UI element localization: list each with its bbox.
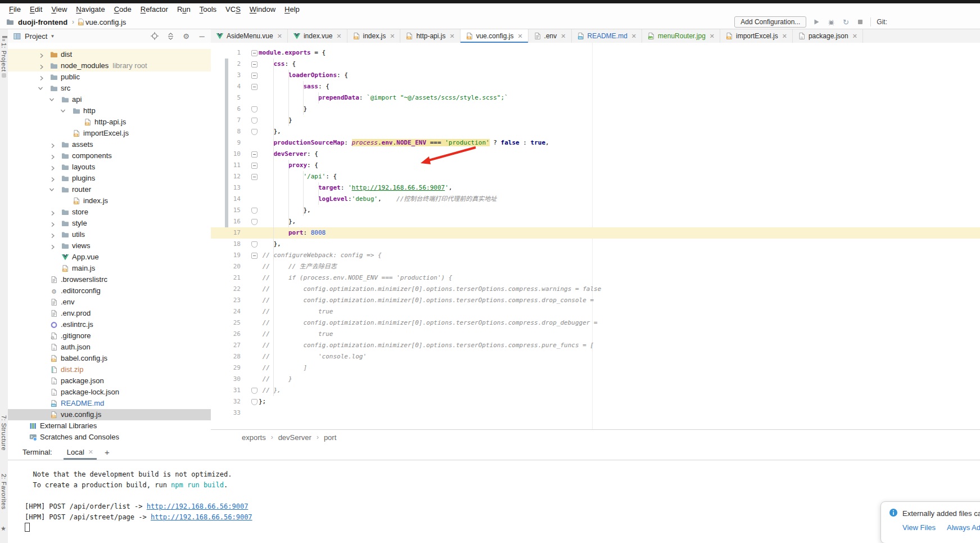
menu-refactor[interactable]: Refactor [136,5,173,14]
breadcrumb-exports[interactable]: exports [242,433,266,442]
new-terminal-icon[interactable]: + [105,447,110,457]
tree-item-node-modules[interactable]: node_moduleslibrary root [8,60,211,71]
code-line-14[interactable]: 14 logLevel:'debug', //控制台终端打印代理前的真实地址 [211,194,980,205]
close-icon[interactable]: ✕ [561,33,566,40]
stripe-favorites-button[interactable]: 2: Favorites [1,474,7,509]
menu-view[interactable]: View [47,5,71,14]
code-line-21[interactable]: 21 // if (process.env.NODE_ENV === 'prod… [211,272,980,284]
favorites-star-icon[interactable]: ★ [1,525,6,532]
menu-run[interactable]: Run [173,5,195,14]
tab-importexcel-js[interactable]: JSimportExcel.js✕ [720,29,793,43]
code-line-12[interactable]: 12 '/api': { [211,171,980,182]
tree-item-http[interactable]: http [8,105,211,116]
tree-item-env-prod[interactable]: .env.prod [8,308,211,319]
stop-icon[interactable] [856,17,865,26]
stripe-project-button[interactable]: 1: Project [1,43,7,71]
tab-index-js[interactable]: JSindex.js✕ [347,29,401,43]
fold-start-icon[interactable] [251,253,258,259]
code-line-26[interactable]: 26 // true [211,329,980,340]
menu-help[interactable]: Help [280,5,304,14]
tree-item-main-js[interactable]: JSmain.js [8,263,211,274]
terminal-tab-local[interactable]: Local ✕ [64,445,97,460]
tree-item-components[interactable]: components [8,150,211,161]
code-line-3[interactable]: 3 loaderOptions: { [211,70,980,81]
fold-start-icon[interactable] [251,61,258,68]
tree-item-store[interactable]: store [8,207,211,218]
fold-start-icon[interactable] [251,84,258,90]
close-icon[interactable]: ✕ [390,33,395,40]
chevron-down-icon[interactable] [50,187,56,192]
tree-item-eslintrc-js[interactable]: .eslintrc.js [8,319,211,330]
code-line-22[interactable]: 22 // config.optimization.minimizer[0].o… [211,284,980,295]
chevron-right-icon[interactable] [50,176,56,181]
code-line-6[interactable]: 6 } [211,104,980,115]
close-icon[interactable]: ✕ [277,33,282,40]
tree-item-public[interactable]: public [8,71,211,83]
tree-item-browserslistrc[interactable]: .browserslistrc [8,274,211,285]
hide-panel-icon[interactable]: ─ [197,32,206,41]
code-line-33[interactable]: 33 [211,407,980,419]
code-line-2[interactable]: 2 css: { [211,59,980,70]
chevron-right-icon[interactable] [39,74,44,80]
fold-end-icon[interactable] [251,106,258,113]
code-line-23[interactable]: 23 // config.optimization.minimizer[0].o… [211,295,980,306]
close-icon[interactable]: ✕ [88,448,93,456]
menu-file[interactable]: File [4,5,25,14]
chevron-right-icon[interactable] [39,52,44,57]
code-line-13[interactable]: 13 target: 'http://192.168.66.56:9007', [211,182,980,194]
tree-item-src[interactable]: src [8,83,211,94]
code-line-28[interactable]: 28 // 'console.log' [211,351,980,362]
git-label[interactable]: Git: [877,18,887,26]
tree-item-plugins[interactable]: plugins [8,173,211,184]
update-icon[interactable]: ↻ [841,17,850,26]
chevron-down-icon[interactable] [39,86,44,91]
tree-item-vue-config-js[interactable]: JSvue.config.js [8,409,211,420]
tree-item-gitignore[interactable]: .gitignore [8,330,211,342]
tab-http-api-js[interactable]: JShttp-api.js✕ [400,29,460,43]
menu-navigate[interactable]: Navigate [71,5,109,14]
stripe-structure-button[interactable]: 7: Structure [1,415,7,451]
close-icon[interactable]: ✕ [336,33,341,40]
tree-item-env[interactable]: .env [8,297,211,308]
tree-item-router[interactable]: router [8,184,211,195]
gear-icon[interactable]: ⚙ [182,32,191,41]
fold-end-icon[interactable] [251,388,258,394]
tree-item-scratches-and-consoles[interactable]: Scratches and Consoles [8,432,211,443]
tree-item-index-js[interactable]: JSindex.js [8,195,211,207]
close-icon[interactable]: ✕ [631,33,636,40]
fold-start-icon[interactable] [251,73,258,79]
chevron-right-icon[interactable] [50,232,56,237]
project-panel-title[interactable]: Project [25,32,47,41]
code-line-11[interactable]: 11 proxy: { [211,160,980,171]
breadcrumb-port[interactable]: port [324,433,336,442]
code-line-7[interactable]: 7 } [211,115,980,126]
fold-end-icon[interactable] [251,219,258,225]
tree-item-style[interactable]: style [8,218,211,229]
tab-index-vue[interactable]: index.vue✕ [288,29,347,43]
code-line-19[interactable]: 19 // configureWebpack: config => { [211,250,980,261]
menu-tools[interactable]: Tools [195,5,221,14]
code-line-9[interactable]: 9 productionSourceMap: process.env.NODE_… [211,137,980,149]
menu-code[interactable]: Code [110,5,136,14]
tab-menurouter-jpg[interactable]: menuRouter.jpg✕ [642,29,720,43]
code-line-18[interactable]: 18 }, [211,239,980,250]
debug-icon[interactable] [827,17,836,26]
tree-item-package-json[interactable]: {}package.json [8,375,211,387]
code-line-31[interactable]: 31 // }, [211,385,980,396]
fold-end-icon[interactable] [251,208,258,214]
tab-env[interactable]: .env✕ [529,29,572,43]
tree-item-dist-zip[interactable]: dist.zip [8,364,211,375]
tree-item-views[interactable]: views [8,240,211,252]
chevron-right-icon[interactable] [39,63,44,69]
tree-item-package-lock-json[interactable]: {}package-lock.json [8,387,211,398]
code-line-20[interactable]: 20 // // 生产去除日志 [211,261,980,272]
chevron-right-icon[interactable] [50,243,56,249]
code-line-24[interactable]: 24 // true [211,306,980,317]
code-line-17[interactable]: 17 port: 8008 [211,227,980,239]
collapse-all-icon[interactable] [166,32,175,41]
close-icon[interactable]: ✕ [449,33,454,40]
code-line-15[interactable]: 15 }, [211,205,980,216]
code-line-29[interactable]: 29 // ] [211,362,980,374]
tree-item-http-api-js[interactable]: JShttp-api.js [8,116,211,128]
tree-item-external-libraries[interactable]: External Libraries [8,420,211,432]
